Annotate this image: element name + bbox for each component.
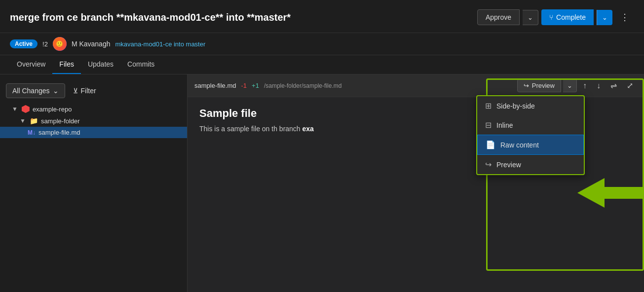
file-header: sample-file.md -1 +1 /sample-folder/samp… — [188, 74, 644, 97]
preview-menu-icon: ↪ — [485, 160, 492, 169]
pr-title: merge from ce branch **mkavana-mod01-ce*… — [10, 12, 291, 23]
more-options-button[interactable]: ⋮ — [615, 8, 634, 27]
complete-caret-button[interactable]: ⌄ — [597, 10, 612, 25]
branch-info: mkavana-mod01-ce into master — [115, 40, 205, 48]
tab-files[interactable]: Files — [52, 55, 81, 74]
preview-button[interactable]: ↪ Preview — [517, 79, 561, 92]
header-actions: Approve ⌄ ⑂ Complete ⌄ ⋮ — [477, 8, 634, 27]
tree-repo-item[interactable]: ▼ example-repo — [0, 103, 187, 115]
tab-overview[interactable]: Overview — [10, 55, 52, 74]
preview-caret-button[interactable]: ⌄ — [563, 79, 577, 92]
inline-label: Inline — [496, 121, 513, 129]
repo-label: example-repo — [33, 106, 72, 113]
chevron-down-icon: ▼ — [12, 106, 18, 112]
chevron-down-icon: ⌄ — [53, 87, 59, 95]
folder-label: sample-folder — [41, 117, 80, 125]
file-toolbar-right: ↪ Preview ⌄ ↑ ↓ ⇌ ⤢ — [517, 78, 637, 93]
settings-icon[interactable]: ⇌ — [606, 78, 621, 93]
tree-folder-item[interactable]: ▼ 📁 sample-folder — [0, 115, 187, 127]
avatar: 🙂 — [53, 37, 67, 51]
scroll-up-button[interactable]: ↑ — [579, 79, 591, 93]
filter-icon: ⊻ — [73, 87, 78, 95]
dropdown-item-side-by-side[interactable]: ⊞ Side-by-side — [477, 96, 584, 115]
approve-caret-button[interactable]: ⌄ — [523, 10, 538, 25]
filename: sample-file.md — [194, 82, 236, 89]
preview-icon: ↪ — [524, 82, 529, 89]
dropdown-item-inline[interactable]: ⊟ Inline — [477, 115, 584, 135]
comment-count: !2 — [42, 40, 48, 48]
file-name-info: sample-file.md -1 +1 /sample-folder/samp… — [194, 82, 341, 89]
file-path: /sample-folder/sample-file.md — [264, 82, 341, 89]
arrow-head-icon — [577, 178, 605, 208]
author-name: M Kavanagh — [72, 40, 111, 48]
arrow-body — [605, 187, 644, 199]
all-changes-button[interactable]: All Changes ⌄ — [6, 83, 65, 98]
inline-icon: ⊟ — [485, 120, 492, 130]
main-content: All Changes ⌄ ⊻ Filter ▼ example-repo ▼ … — [0, 74, 644, 292]
avatar-image: 🙂 — [53, 37, 67, 51]
approve-button[interactable]: Approve — [477, 9, 520, 25]
dropdown-overlay: ⊞ Side-by-side ⊟ Inline 📄 Raw content ↪ … — [476, 95, 585, 175]
file-sidebar: All Changes ⌄ ⊻ Filter ▼ example-repo ▼ … — [0, 74, 188, 292]
dropdown-item-raw-content[interactable]: 📄 Raw content — [477, 135, 584, 155]
folder-icon: 📁 — [30, 117, 38, 125]
tab-commits[interactable]: Commits — [120, 55, 161, 74]
diff-minus: -1 — [241, 82, 247, 89]
complete-icon: ⑂ — [549, 13, 553, 21]
tab-updates[interactable]: Updates — [81, 55, 120, 74]
tabs-bar: Overview Files Updates Commits — [0, 55, 644, 74]
complete-button[interactable]: ⑂ Complete — [541, 9, 594, 25]
markdown-icon: M↓ — [28, 129, 36, 136]
green-arrow-container — [577, 178, 644, 208]
sidebar-toolbar: All Changes ⌄ ⊻ Filter — [0, 80, 187, 103]
file-label: sample-file.md — [38, 129, 80, 136]
raw-content-label: Raw content — [500, 141, 539, 149]
dropdown-item-preview[interactable]: ↪ Preview — [477, 155, 584, 174]
all-changes-label: All Changes — [12, 87, 50, 95]
side-by-side-icon: ⊞ — [485, 101, 492, 110]
top-header: merge from ce branch **mkavana-mod01-ce*… — [0, 0, 644, 33]
filter-button[interactable]: ⊻ Filter — [69, 84, 100, 98]
file-panel: sample-file.md -1 +1 /sample-folder/samp… — [188, 74, 644, 292]
pr-meta: Active !2 🙂 M Kavanagh mkavana-mod01-ce … — [0, 33, 644, 55]
preview-menu-label: Preview — [496, 161, 521, 169]
side-by-side-label: Side-by-side — [496, 102, 535, 110]
status-badge: Active — [10, 39, 38, 48]
dropdown-menu: ⊞ Side-by-side ⊟ Inline 📄 Raw content ↪ … — [476, 95, 585, 175]
tree-file-item[interactable]: M↓ sample-file.md — [0, 127, 187, 138]
chevron-down-icon: ▼ — [20, 117, 26, 124]
repo-icon — [22, 105, 30, 113]
expand-button[interactable]: ⤢ — [623, 78, 637, 93]
raw-content-icon: 📄 — [486, 140, 495, 149]
diff-plus: +1 — [252, 82, 259, 89]
scroll-down-button[interactable]: ↓ — [593, 79, 605, 93]
